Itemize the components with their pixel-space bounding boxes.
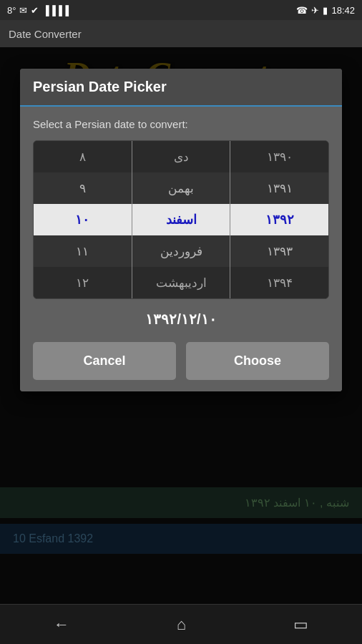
persian-date-picker-dialog: Persian Date Picker Select a Persian dat…: [20, 69, 342, 391]
temperature: 8°: [7, 5, 16, 16]
year-item-1391[interactable]: ۱۳۹۱: [230, 172, 328, 204]
day-column[interactable]: ۸ ۹ ۱۰ ۱۱ ۱۲: [34, 141, 132, 298]
month-item-day[interactable]: دی: [132, 141, 230, 172]
selected-date-display: ۱۳۹۲/۱۲/۱۰: [33, 311, 329, 328]
choose-button[interactable]: Choose: [186, 342, 329, 380]
home-icon[interactable]: ⌂: [177, 615, 186, 634]
app-title-bar-label: Date Converter: [9, 28, 82, 40]
nav-bar: ← ⌂ ▭: [0, 604, 362, 644]
year-item-1392-selected[interactable]: ۱۳۹۲: [230, 204, 328, 235]
year-item-1390[interactable]: ۱۳۹۰: [230, 141, 328, 172]
dialog-subtitle: Select a Persian date to convert:: [33, 118, 329, 130]
title-bar: Date Converter: [0, 20, 362, 47]
day-item-10-selected[interactable]: ۱۰: [34, 204, 132, 235]
phone-icon: ☎: [296, 5, 308, 16]
status-bar: 8° ✉ ✔ ▐▐▐▐ ☎ ✈ ▮ 18:42: [0, 0, 362, 20]
airplane-icon: ✈: [311, 5, 319, 16]
day-item-9[interactable]: ۹: [34, 172, 132, 204]
dialog-body: Select a Persian date to convert: ۸ ۹ ۱۰…: [20, 107, 342, 391]
dialog-buttons: Cancel Choose: [33, 342, 329, 380]
month-item-esfand-selected[interactable]: اسفند: [132, 204, 230, 235]
dialog-title: Persian Date Picker: [33, 79, 167, 94]
year-item-1393[interactable]: ۱۳۹۳: [230, 235, 328, 267]
month-item-ordibehesht[interactable]: اردیبهشت: [132, 267, 230, 298]
app-main: Date Converter Gregorian <> Persian میلا…: [0, 47, 362, 604]
status-left: 8° ✉ ✔ ▐▐▐▐: [7, 5, 69, 16]
year-item-1394[interactable]: ۱۳۹۴: [230, 267, 328, 298]
cancel-button[interactable]: Cancel: [33, 342, 176, 380]
day-item-11[interactable]: ۱۱: [34, 235, 132, 267]
mail-icon: ✉: [19, 5, 27, 16]
checkmark-icon: ✔: [31, 5, 39, 16]
back-icon[interactable]: ←: [54, 615, 69, 634]
year-column[interactable]: ۱۳۹۰ ۱۳۹۱ ۱۳۹۲ ۱۳۹۳ ۱۳۹۴: [230, 141, 328, 298]
month-column[interactable]: دی بهمن اسفند فروردین اردیبهشت: [132, 141, 231, 298]
month-item-bahman[interactable]: بهمن: [132, 172, 230, 204]
dialog-overlay: Persian Date Picker Select a Persian dat…: [0, 47, 362, 604]
status-right: ☎ ✈ ▮ 18:42: [296, 5, 355, 16]
recent-apps-icon[interactable]: ▭: [293, 615, 308, 634]
signal-icon: ▐▐▐▐: [42, 5, 69, 16]
day-item-8[interactable]: ۸: [34, 141, 132, 172]
clock: 18:42: [331, 5, 355, 16]
date-picker-wheel[interactable]: ۸ ۹ ۱۰ ۱۱ ۱۲ دی بهمن اسفند فروردین اردیب…: [33, 140, 329, 299]
dialog-title-bar: Persian Date Picker: [20, 69, 342, 107]
month-item-farvardin[interactable]: فروردین: [132, 235, 230, 267]
battery-icon: ▮: [323, 5, 328, 16]
day-item-12[interactable]: ۱۲: [34, 267, 132, 298]
